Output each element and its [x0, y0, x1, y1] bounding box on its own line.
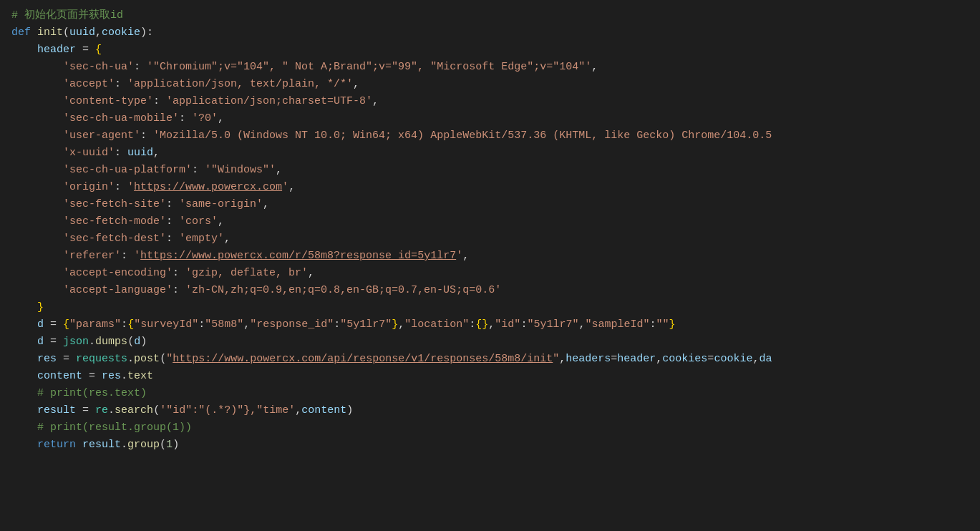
- code-line-19: d = {"params":{"surveyId":"58m8","respon…: [0, 316, 980, 333]
- code-line-3: header = {: [0, 42, 980, 59]
- code-line-8: 'user-agent': 'Mozilla/5.0 (Windows NT 1…: [0, 127, 980, 145]
- code-line-6: 'content-type': 'application/json;charse…: [0, 93, 980, 110]
- code-line-12: 'sec-fetch-site': 'same-origin',: [0, 196, 980, 213]
- code-line-21: res = requests.post("https://www.powercx…: [0, 351, 980, 368]
- code-line-23: # print(res.text): [0, 385, 980, 402]
- code-line-22: content = res.text: [0, 368, 980, 385]
- code-line-16: 'accept-encoding': 'gzip, deflate, br',: [0, 265, 980, 282]
- code-line-14: 'sec-fetch-dest': 'empty',: [0, 230, 980, 248]
- code-line-5: 'accept': 'application/json, text/plain,…: [0, 76, 980, 93]
- code-line-1: # 初始化页面并获取id: [0, 7, 980, 24]
- code-line-20: d = json.dumps(d): [0, 333, 980, 351]
- code-line-13: 'sec-fetch-mode': 'cors',: [0, 213, 980, 230]
- code-line-10: 'sec-ch-ua-platform': '"Windows"',: [0, 162, 980, 179]
- code-line-2: def init(uuid,cookie):: [0, 24, 980, 42]
- code-line-24: result = re.search('"id":"(.*?)"},"time'…: [0, 402, 980, 419]
- code-line-17: 'accept-language': 'zh-CN,zh;q=0.9,en;q=…: [0, 282, 980, 299]
- code-line-4: 'sec-ch-ua': '"Chromium";v="104", " Not …: [0, 59, 980, 76]
- code-line-9: 'x-uuid': uuid,: [0, 145, 980, 162]
- code-editor: # 初始化页面并获取id def init(uuid,cookie): head…: [0, 0, 980, 531]
- code-line-25: # print(result.group(1)): [0, 419, 980, 437]
- code-line-15: 'referer': 'https://www.powercx.com/r/58…: [0, 248, 980, 265]
- code-line-18: }: [0, 299, 980, 316]
- code-line-11: 'origin': 'https://www.powercx.com',: [0, 179, 980, 196]
- code-line-26: return result.group(1): [0, 437, 980, 454]
- code-line-7: 'sec-ch-ua-mobile': '?0',: [0, 110, 980, 127]
